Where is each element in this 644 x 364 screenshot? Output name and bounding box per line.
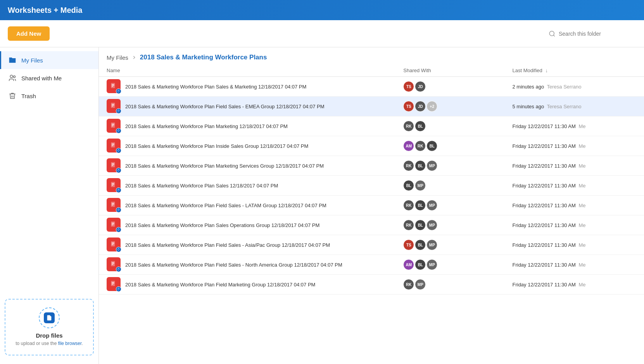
avatar: TS	[403, 81, 414, 92]
svg-rect-6	[112, 85, 114, 86]
file-name-cell: 2018 Sales & Marketing Workforce Plan Fi…	[107, 257, 394, 272]
table-row[interactable]: 2018 Sales & Marketing Workforce Plan Sa…	[99, 77, 644, 97]
avatar-extra-count: +2	[426, 101, 437, 112]
trash-icon	[8, 92, 17, 100]
file-icon	[107, 218, 121, 232]
search-input[interactable]	[559, 31, 636, 37]
svg-rect-5	[112, 84, 114, 85]
table-row[interactable]: 2018 Sales & Marketing Workforce Plan Fi…	[99, 97, 644, 116]
breadcrumb-parent[interactable]: My Files	[107, 54, 128, 61]
file-name-cell: 2018 Sales & Marketing Workforce Plan In…	[107, 139, 394, 153]
file-browser-link[interactable]: file browser	[58, 341, 82, 346]
sidebar: My Files Shared with Me Trash	[0, 47, 99, 364]
avatar: BL	[415, 160, 426, 171]
app-header: Worksheets + Media	[0, 0, 644, 20]
avatar: MP	[426, 239, 437, 250]
svg-rect-39	[112, 244, 113, 245]
content-area: My Files 2018 Sales & Marketing Workforc…	[99, 47, 644, 364]
table-row[interactable]: 2018 Sales & Marketing Workforce Plan Ma…	[99, 116, 644, 136]
sidebar-item-trash[interactable]: Trash	[0, 87, 98, 105]
avatar: TS	[403, 101, 414, 112]
file-sync-badge	[116, 108, 121, 114]
file-icon	[107, 237, 121, 252]
svg-rect-18	[112, 145, 114, 145]
shared-avatars: BLMP	[403, 180, 503, 191]
file-name-cell: 2018 Sales & Marketing Workforce Plan Sa…	[107, 79, 394, 94]
svg-rect-15	[112, 126, 113, 126]
last-modified: 2 minutes ago Teresa Serrano	[512, 84, 581, 90]
toolbar: Add New	[0, 20, 644, 47]
file-table: Name Shared With Last Modified ↓	[99, 64, 644, 295]
modifier-name: Me	[577, 143, 586, 149]
table-row[interactable]: 2018 Sales & Marketing Workforce Plan In…	[99, 136, 644, 156]
file-sync-badge	[116, 128, 121, 133]
table-row[interactable]: 2018 Sales & Marketing Workforce Plan Fi…	[99, 235, 644, 255]
svg-rect-19	[112, 146, 113, 146]
svg-rect-17	[112, 144, 114, 144]
modifier-name: Me	[577, 123, 586, 129]
col-header-last-modified[interactable]: Last Modified ↓	[508, 64, 644, 77]
file-icon	[107, 178, 121, 193]
file-icon	[107, 99, 121, 114]
file-name-text: 2018 Sales & Marketing Workforce Plan Fi…	[125, 104, 325, 109]
svg-rect-34	[112, 224, 114, 224]
shared-avatars: RKBL	[403, 121, 503, 132]
table-row[interactable]: 2018 Sales & Marketing Workforce Plan Fi…	[99, 255, 644, 275]
file-name-text: 2018 Sales & Marketing Workforce Plan Fi…	[125, 203, 326, 208]
modifier-name: Me	[577, 183, 586, 189]
svg-rect-31	[112, 205, 113, 205]
table-row[interactable]: 2018 Sales & Marketing Workforce Plan Sa…	[99, 215, 644, 235]
sidebar-label-shared-with-me: Shared with Me	[21, 75, 62, 81]
avatar: BL	[415, 239, 426, 250]
file-name-cell: 2018 Sales & Marketing Workforce Plan Sa…	[107, 178, 394, 193]
svg-rect-13	[112, 124, 114, 124]
modifier-name: Teresa Serrano	[546, 84, 581, 90]
drop-zone[interactable]: Drop files to upload or use the file bro…	[5, 299, 94, 355]
last-modified: Friday 12/22/2017 11:30 AM Me	[512, 282, 585, 288]
avatar: MP	[426, 220, 437, 231]
table-row[interactable]: 2018 Sales & Marketing Workforce Plan Fi…	[99, 275, 644, 295]
modifier-name: Me	[577, 203, 586, 208]
search-container	[549, 30, 636, 37]
svg-rect-21	[112, 163, 114, 164]
file-icon	[107, 198, 121, 213]
sort-arrow-icon: ↓	[545, 68, 548, 73]
avatar: RK	[403, 200, 414, 211]
modifier-name: Me	[577, 282, 586, 288]
avatar: RK	[403, 279, 414, 290]
file-name-text: 2018 Sales & Marketing Workforce Plan Fi…	[125, 282, 315, 288]
table-row[interactable]: 2018 Sales & Marketing Workforce Plan Sa…	[99, 176, 644, 196]
sidebar-item-my-files[interactable]: My Files	[0, 51, 98, 69]
avatar: BL	[415, 220, 426, 231]
avatar: MP	[426, 259, 437, 270]
file-icon	[107, 158, 121, 173]
shared-avatars: RKBLMP	[403, 160, 503, 171]
drop-zone-text: to upload or use the file browser.	[12, 340, 87, 347]
file-icon	[107, 277, 121, 292]
table-row[interactable]: 2018 Sales & Marketing Workforce Plan Fi…	[99, 196, 644, 215]
avatar: BL	[415, 259, 426, 270]
shared-avatars: TSJD	[403, 81, 503, 92]
last-modified: Friday 12/22/2017 11:30 AM Me	[512, 123, 585, 129]
file-name-cell: 2018 Sales & Marketing Workforce Plan Fi…	[107, 99, 394, 114]
svg-rect-26	[112, 184, 114, 185]
svg-rect-27	[112, 185, 113, 185]
folder-icon	[8, 56, 17, 64]
search-icon	[549, 30, 556, 37]
file-name-cell: 2018 Sales & Marketing Workforce Plan Fi…	[107, 198, 394, 213]
table-row[interactable]: 2018 Sales & Marketing Workforce Plan Ma…	[99, 156, 644, 176]
drop-zone-title: Drop files	[12, 332, 87, 339]
sidebar-item-shared-with-me[interactable]: Shared with Me	[0, 69, 98, 87]
file-name-cell: 2018 Sales & Marketing Workforce Plan Ma…	[107, 119, 394, 133]
avatar: BL	[415, 200, 426, 211]
svg-point-2	[10, 75, 13, 78]
file-icon	[107, 139, 121, 153]
avatar: MP	[415, 279, 426, 290]
add-new-button[interactable]: Add New	[8, 26, 50, 41]
file-name-text: 2018 Sales & Marketing Workforce Plan Ma…	[125, 123, 288, 129]
svg-point-0	[549, 31, 554, 36]
file-name-text: 2018 Sales & Marketing Workforce Plan Sa…	[125, 84, 306, 90]
avatar: RK	[403, 220, 414, 231]
sidebar-label-my-files: My Files	[21, 57, 43, 64]
avatar: MP	[426, 160, 437, 171]
